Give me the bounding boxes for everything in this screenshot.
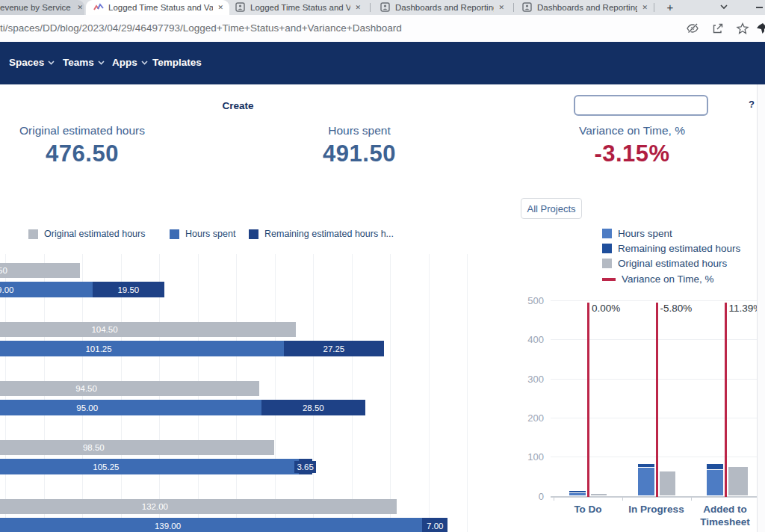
x-axis-category-label: To Do xyxy=(554,503,622,516)
original-hours-bar: 98.50 xyxy=(0,440,274,455)
legend-item-remaining-estimated-hours: Remaining estimated hours xyxy=(602,243,740,254)
legend-item-hours-spent: Hours spent xyxy=(170,229,235,239)
kpi-label: Variance on Time, % xyxy=(557,124,707,137)
chevron-down-icon xyxy=(98,61,105,65)
search-placeholder: Search xyxy=(598,100,630,111)
original-hours-bar: 94.50 xyxy=(0,381,259,396)
create-button[interactable]: Create xyxy=(216,94,260,117)
x-axis-tick xyxy=(554,497,554,501)
share-icon[interactable] xyxy=(711,22,725,35)
page-icon xyxy=(380,2,391,13)
nav-spaces[interactable]: Spaces xyxy=(9,57,55,68)
hours-spent-bar xyxy=(569,493,586,496)
tab-revenue-by-service[interactable]: evenue by Service ✕ xyxy=(0,0,84,15)
bar-value-label: 27.25 xyxy=(320,343,347,355)
legend-swatch xyxy=(170,229,179,239)
original-hours-bar: 45.50 xyxy=(0,263,80,278)
tab-dashboards-reporting-2[interactable]: Dashboards and Reporting ✕ xyxy=(516,0,654,15)
original-hours-bar: 132.00 xyxy=(0,499,397,514)
close-icon[interactable]: ✕ xyxy=(353,4,362,11)
browser-window: evenue by Service ✕ Logged Time Status a… xyxy=(0,0,765,532)
close-icon[interactable]: ✕ xyxy=(75,4,84,11)
tab-strip: evenue by Service ✕ Logged Time Status a… xyxy=(0,0,765,15)
y-axis-tick-label: 0 xyxy=(515,491,544,502)
page-scrollbar[interactable] xyxy=(757,84,765,532)
hours-spent-bar: 139.00 xyxy=(0,518,422,532)
hours-spent-bar: 105.25 xyxy=(0,459,299,474)
close-icon[interactable]: ✕ xyxy=(216,4,225,11)
confluence-navbar: Spaces Teams Apps Templates Create Searc… xyxy=(0,42,765,84)
legend-item-variance-on-time: Variance on Time, % xyxy=(602,273,714,285)
remaining-hours-bar xyxy=(569,491,586,492)
notifications-bell-icon[interactable] xyxy=(719,97,734,112)
tab-separator xyxy=(370,3,371,12)
tab-logged-time-status[interactable]: Logged Time Status and Va ✕ xyxy=(229,0,367,15)
chevron-down-icon xyxy=(48,61,55,65)
variance-line xyxy=(587,303,589,497)
legend-line-swatch xyxy=(602,278,616,281)
original-hours-bar xyxy=(660,471,675,496)
bar-value-label: 28.50 xyxy=(300,402,326,414)
nav-teams[interactable]: Teams xyxy=(63,57,105,68)
y-axis-tick-label: 400 xyxy=(515,334,544,345)
legend-item-original-estimated-hours: Original estimated hours xyxy=(602,258,727,269)
tab-label: Dashboards and Reporting xyxy=(395,3,494,12)
legend-item-original-estimated-hours: Original estimated hours xyxy=(28,229,145,239)
bar-value-label: 7.00 xyxy=(424,520,445,532)
legend-swatch xyxy=(602,229,612,238)
gridline xyxy=(275,254,276,532)
tab-label: Logged Time Status and Va xyxy=(108,3,213,12)
remaining-hours-bar: 7.00 xyxy=(422,518,447,532)
browser-toolbar: ti/spaces/DD/blog/2023/04/29/46497793/Lo… xyxy=(0,15,765,42)
x-axis-tick xyxy=(691,497,692,501)
variance-line xyxy=(656,303,658,497)
hours-spent-bar xyxy=(638,468,654,496)
remaining-hours-bar xyxy=(638,464,654,467)
tab-logged-time-status-active[interactable]: Logged Time Status and Va ✕ xyxy=(86,0,229,15)
logged-time-horizontal-bar-chart: 45.5049.0019.50104.50101.2527.2594.5095.… xyxy=(0,254,506,532)
variance-value-label: 11.39% xyxy=(729,303,758,314)
chevron-down-icon xyxy=(141,61,148,65)
original-hours-bar xyxy=(591,494,607,495)
kpi-value: 491.50 xyxy=(285,140,434,167)
nav-apps[interactable]: Apps xyxy=(112,57,148,68)
tab-label: Dashboards and Reporting xyxy=(537,3,637,12)
hours-spent-bar: 101.25 xyxy=(0,341,284,356)
search-input[interactable]: Search xyxy=(574,95,708,116)
address-url[interactable]: ti/spaces/DD/blog/2023/04/29/46497793/Lo… xyxy=(0,22,402,34)
legend-item-remaining-estimated-hours: Remaining estimated hours h... xyxy=(249,229,394,239)
legend-item-hours-spent: Hours spent xyxy=(602,228,672,239)
gridline xyxy=(313,254,314,532)
y-axis-tick-label: 500 xyxy=(515,295,544,306)
tab-label: Logged Time Status and Va xyxy=(250,3,350,12)
bar-value-label: 3.65 xyxy=(294,461,315,473)
new-tab-button[interactable]: + xyxy=(663,1,677,14)
tab-separator xyxy=(513,3,514,12)
variance-value-label: 0.00% xyxy=(592,303,620,314)
tab-dashboards-reporting-1[interactable]: Dashboards and Reporting ✕ xyxy=(373,0,510,15)
kpi-original-estimated-hours: Original estimated hours 476.50 xyxy=(7,124,157,167)
remaining-hours-bar: 27.25 xyxy=(284,341,384,356)
original-hours-bar xyxy=(728,467,748,495)
close-icon[interactable]: ✕ xyxy=(497,4,506,11)
minimize-button[interactable] xyxy=(756,7,763,8)
remaining-hours-bar: 3.65 xyxy=(299,459,312,474)
remaining-hours-bar: 28.50 xyxy=(261,400,366,415)
gridline xyxy=(352,254,353,532)
hours-spent-bar: 95.00 xyxy=(0,400,261,415)
eye-hidden-icon[interactable] xyxy=(686,22,699,35)
close-icon[interactable]: ✕ xyxy=(640,4,649,11)
tab-search-chevron-icon[interactable] xyxy=(719,1,731,13)
bookmark-star-icon[interactable] xyxy=(736,22,749,35)
kpi-hours-spent: Hours spent 491.50 xyxy=(285,124,434,167)
tab-separator xyxy=(654,3,654,12)
pinned-extension-icon[interactable] xyxy=(755,22,765,35)
legend-swatch xyxy=(602,259,612,268)
kpi-variance-on-time: Variance on Time, % -3.15% xyxy=(557,124,707,167)
kpi-label: Original estimated hours xyxy=(7,124,157,137)
nav-templates[interactable]: Templates xyxy=(152,57,202,68)
kpi-value: -3.15% xyxy=(557,140,707,167)
all-projects-filter-button[interactable]: All Projects xyxy=(521,198,582,219)
legend-swatch xyxy=(602,244,612,253)
gridline xyxy=(429,254,430,532)
